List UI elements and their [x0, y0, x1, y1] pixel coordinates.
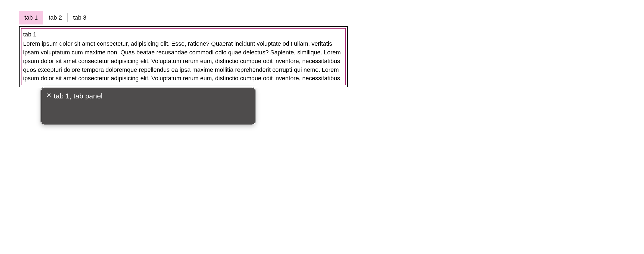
tabs-component: tab 1 tab 2 tab 3 tab 1 Lorem ipsum dolo…: [19, 11, 348, 87]
tooltip-close-button[interactable]: [46, 92, 52, 98]
tab-3[interactable]: tab 3: [68, 11, 92, 24]
accessibility-tooltip: tab 1, tab panel: [41, 87, 255, 98]
tab-1[interactable]: tab 1: [19, 11, 43, 24]
tab-panel: tab 1 Lorem ipsum dolor sit amet consect…: [19, 26, 348, 87]
close-icon: [46, 92, 52, 98]
panel-body-text: Lorem ipsum dolor sit amet consectetur, …: [23, 39, 344, 83]
tab-2[interactable]: tab 2: [43, 11, 67, 24]
tab-panel-inner: tab 1 Lorem ipsum dolor sit amet consect…: [21, 28, 346, 85]
tabs-list: tab 1 tab 2 tab 3: [19, 11, 348, 24]
tooltip-text: tab 1, tab panel: [54, 91, 102, 98]
panel-title: tab 1: [23, 30, 344, 39]
